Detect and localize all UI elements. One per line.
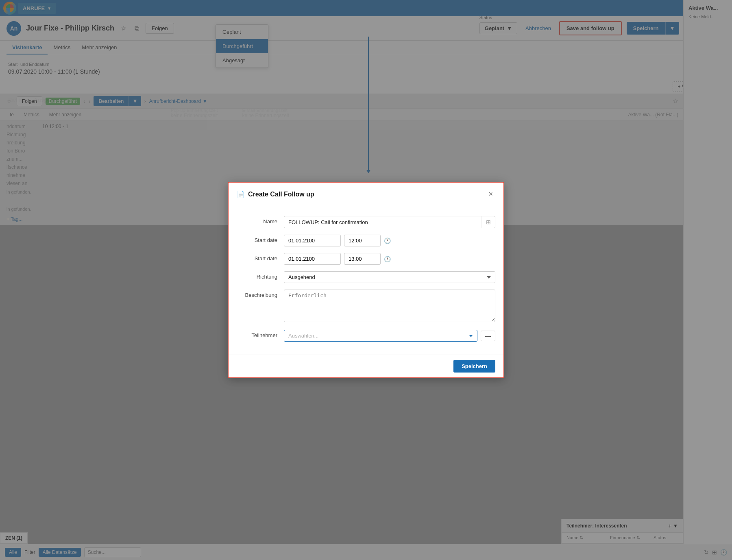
modal-overlay: 📄 Create Call Follow up × Name ⊞ Start d… [0,0,732,130]
